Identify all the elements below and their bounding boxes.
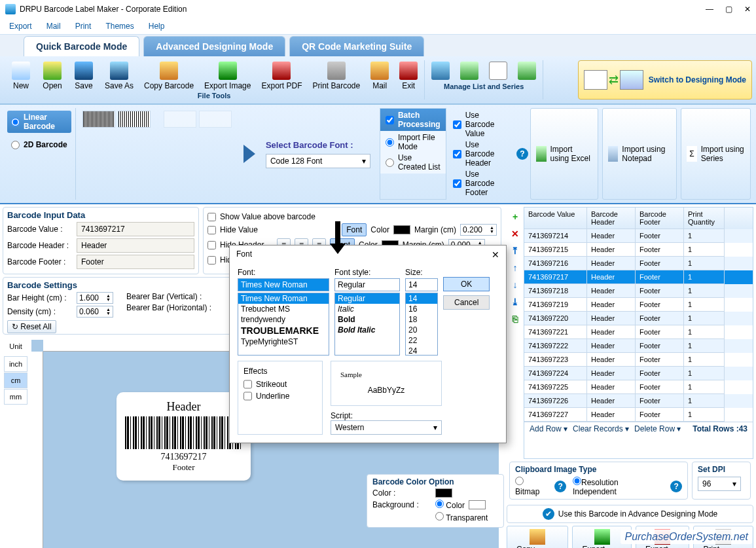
help-resind[interactable]: ? <box>670 481 682 492</box>
rb-manage-1[interactable] <box>426 60 455 82</box>
minimize-button[interactable]: — <box>706 5 713 14</box>
table-row[interactable]: 7413697224HeaderFooter1 <box>524 367 753 380</box>
rb-print[interactable]: Print Barcode <box>307 60 365 92</box>
barcode-value-input[interactable]: 7413697217 <box>77 222 194 236</box>
rb-exit[interactable]: Exit <box>394 60 423 92</box>
delete-row-icon[interactable]: ✕ <box>509 228 521 240</box>
barcode-footer-input[interactable]: Footer <box>77 255 194 269</box>
rb-manage-3[interactable] <box>484 60 513 82</box>
move-top-icon[interactable]: ⤒ <box>509 245 521 257</box>
help-bitmap[interactable]: ? <box>554 481 566 492</box>
chk-show-above[interactable]: Show Value above barcode <box>207 212 315 221</box>
menu-export[interactable]: Export <box>9 22 32 31</box>
table-row[interactable]: 7413697218HeaderFooter1 <box>524 284 753 298</box>
table-row[interactable]: 7413697219HeaderFooter1 <box>524 298 753 312</box>
table-row[interactable]: 7413697227HeaderFooter1 <box>524 408 753 422</box>
bar-height[interactable]: 1.600▲▼ <box>77 292 113 304</box>
table-row[interactable]: 7413697217HeaderFooter1 <box>524 270 753 284</box>
ribbon: New Open Save Save As Copy Barcode Expor… <box>0 56 756 105</box>
table-row[interactable]: 7413697216HeaderFooter1 <box>524 257 753 270</box>
maximize-button[interactable]: ▢ <box>725 5 732 14</box>
tab-advanced[interactable]: Advanced Designing Mode <box>143 36 285 56</box>
table-row[interactable]: 7413697223HeaderFooter1 <box>524 353 753 367</box>
font-size-input[interactable]: 14 <box>405 278 438 291</box>
font-ok-button[interactable]: OK <box>443 277 490 291</box>
import-series[interactable]: ΣImport using Series <box>681 108 751 200</box>
import-excel[interactable]: Import using Excel <box>530 108 598 200</box>
move-up-icon[interactable]: ↑ <box>509 262 521 274</box>
table-row[interactable]: 7413697225HeaderFooter1 <box>524 380 753 394</box>
menu-help[interactable]: Help <box>149 22 165 31</box>
table-row[interactable]: 7413697215HeaderFooter1 <box>524 243 753 257</box>
add-row-link[interactable]: Add Row ▾ <box>530 424 567 433</box>
reset-all[interactable]: ↻ Reset All <box>7 320 56 333</box>
copy-barcode-btn[interactable]: Copy Barcode <box>507 526 568 548</box>
dpi-combo[interactable]: 96▾ <box>698 477 741 491</box>
radio-import-file[interactable]: Import File Mode <box>386 133 441 151</box>
font-combo[interactable]: Code 128 Font▾ <box>266 154 370 168</box>
clear-records-link[interactable]: Clear Records ▾ <box>573 424 629 433</box>
chk-use-footer[interactable]: Use Barcode Footer <box>453 170 510 197</box>
table-row[interactable]: 7413697222HeaderFooter1 <box>524 339 753 353</box>
font-name-input[interactable]: Times New Roman <box>238 278 329 291</box>
font-cancel-button[interactable]: Cancel <box>443 295 490 310</box>
rb-manage-2[interactable] <box>455 60 484 82</box>
chk-underline[interactable]: Underline <box>243 392 317 401</box>
style-list[interactable]: RegularItalicBoldBold Italic <box>334 293 400 356</box>
import-notepad[interactable]: Import using Notepad <box>602 108 677 200</box>
chk-use-value[interactable]: Use Barcode Value <box>453 111 510 138</box>
menu-print[interactable]: Print <box>75 22 92 31</box>
unit-mm[interactable]: mm <box>4 389 27 405</box>
rb-saveas[interactable]: Save As <box>99 60 139 92</box>
radio-linear[interactable]: Linear Barcode <box>7 111 71 133</box>
margin-value[interactable]: 0.200▲▼ <box>460 224 497 236</box>
rb-copy[interactable]: Copy Barcode <box>139 60 199 92</box>
batch-check[interactable] <box>386 116 394 124</box>
move-down-icon[interactable]: ↓ <box>509 279 521 291</box>
rb-save[interactable]: Save <box>68 60 99 92</box>
script-combo[interactable]: Western▾ <box>331 420 442 435</box>
tab-quick[interactable]: Quick Barcode Mode <box>24 36 139 56</box>
use-advance-bar[interactable]: ✔ Use this Barcode in Advance Designing … <box>507 505 753 523</box>
rb-new[interactable]: New <box>5 60 37 92</box>
bg-transparent-radio[interactable]: Transparent <box>435 512 488 522</box>
barcode-color[interactable] <box>435 488 452 498</box>
density[interactable]: 0.060▲▼ <box>77 306 113 318</box>
switch-mode-button[interactable]: ⇄ Switch to Designing Mode <box>578 60 752 100</box>
rb-open[interactable]: Open <box>37 60 68 92</box>
unit-inch[interactable]: inch <box>4 356 27 372</box>
rb-exportpdf[interactable]: Export PDF <box>256 60 307 92</box>
font-list[interactable]: Times New RomanTrebuchet MStrendywendyTR… <box>238 293 329 356</box>
font-dialog-close[interactable]: ✕ <box>492 249 499 260</box>
table-row[interactable]: 7413697226HeaderFooter1 <box>524 394 753 408</box>
radio-bitmap[interactable]: Bitmap <box>515 477 548 496</box>
table-row[interactable]: 7413697221HeaderFooter1 <box>524 325 753 339</box>
table-row[interactable]: 7413697220HeaderFooter1 <box>524 312 753 325</box>
chk-hide-value[interactable]: Hide Value <box>207 225 273 234</box>
radio-created-list[interactable]: Use Created List <box>386 153 441 172</box>
delete-row-link[interactable]: Delete Row ▾ <box>634 424 681 433</box>
menu-themes[interactable]: Themes <box>105 22 134 31</box>
radio-resind[interactable]: Resolution Independent <box>573 477 664 496</box>
radio-2d[interactable]: 2D Barcode <box>7 138 71 151</box>
close-button[interactable]: ✕ <box>744 5 751 14</box>
bg-color-radio[interactable]: Color <box>435 500 465 510</box>
move-bottom-icon[interactable]: ⤓ <box>509 296 521 308</box>
menu-mail[interactable]: Mail <box>46 22 61 31</box>
bg-color-swatch[interactable] <box>469 500 486 509</box>
export-list-icon[interactable]: ⎘ <box>509 313 521 325</box>
font-style-input[interactable]: Regular <box>334 278 400 291</box>
rb-mail[interactable]: Mail <box>365 60 394 92</box>
help-icon[interactable]: ? <box>516 148 528 160</box>
barcode-header-input[interactable]: Header <box>77 238 194 253</box>
size-list[interactable]: 14161820222426 <box>405 293 438 356</box>
rb-manage-4[interactable] <box>513 60 541 82</box>
unit-cm[interactable]: cm <box>4 373 27 388</box>
chk-use-header[interactable]: Use Barcode Header <box>453 140 510 168</box>
rb-exportimg[interactable]: Export Image <box>199 60 256 92</box>
add-row-icon[interactable]: + <box>509 211 521 223</box>
chk-strikeout[interactable]: Strikeout <box>243 380 317 389</box>
color-value[interactable] <box>393 225 410 234</box>
table-row[interactable]: 7413697214HeaderFooter1 <box>524 229 753 243</box>
tab-qr[interactable]: QR Code Marketing Suite <box>289 36 424 56</box>
